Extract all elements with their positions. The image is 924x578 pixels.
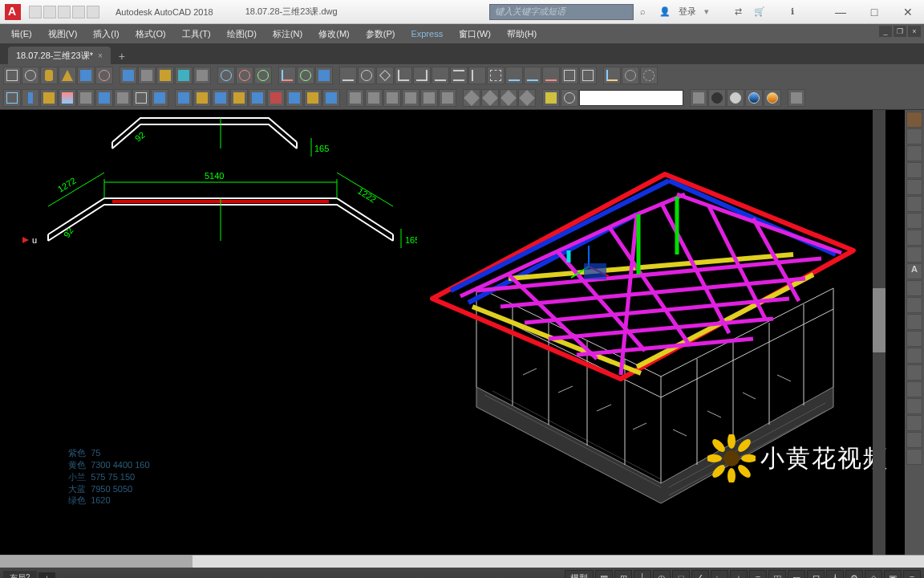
exchange-icon[interactable]: ⇄ <box>735 6 746 18</box>
tool-render4-icon[interactable] <box>745 89 763 107</box>
tool-dim1-icon[interactable] <box>339 67 357 84</box>
menu-express[interactable]: Express <box>403 27 451 40</box>
tool-dim2-icon[interactable] <box>358 67 375 84</box>
mdi-min-icon[interactable]: _ <box>879 26 892 37</box>
tool-face2-icon[interactable] <box>193 89 211 107</box>
user-icon[interactable]: 👤 <box>659 6 671 18</box>
tool-dim9-icon[interactable] <box>487 67 505 84</box>
status-ortho-icon[interactable]: └ <box>634 570 651 578</box>
tool-subtract-icon[interactable] <box>236 67 253 84</box>
tool-view4-icon[interactable] <box>402 89 419 107</box>
layout-plus[interactable]: + <box>38 572 56 579</box>
menu-modify[interactable]: 修改(M) <box>310 26 358 42</box>
tool-offset-icon[interactable] <box>40 89 58 107</box>
rtool-explode-icon[interactable] <box>906 415 922 431</box>
menu-tools[interactable]: 工具(T) <box>174 26 219 42</box>
tool-face9-icon[interactable] <box>322 89 340 107</box>
menu-edit[interactable]: 辑(E) <box>3 26 40 42</box>
tool-face5-icon[interactable] <box>249 89 266 107</box>
status-osnap-icon[interactable]: □ <box>672 570 690 578</box>
status-grid-icon[interactable]: ▦ <box>595 570 613 578</box>
help-icon[interactable]: ℹ <box>791 6 802 18</box>
tool-wedge-icon[interactable] <box>77 67 95 84</box>
rtool-pline-icon[interactable] <box>906 297 922 313</box>
rtool-arc-icon[interactable] <box>906 314 922 330</box>
status-polar-icon[interactable]: ◷ <box>653 570 671 578</box>
tool-view5-icon[interactable] <box>420 89 438 107</box>
rtool-scale-icon[interactable] <box>906 230 922 246</box>
tool-rotate-icon[interactable] <box>95 89 113 107</box>
tool-zoom-icon[interactable] <box>561 89 578 107</box>
tool-loft-icon[interactable] <box>193 67 211 84</box>
login-label[interactable]: 登录 <box>679 6 696 18</box>
scrollbar-horizontal[interactable] <box>0 555 924 568</box>
tool-box-icon[interactable] <box>3 67 21 84</box>
tool-dim13-icon[interactable] <box>561 67 578 84</box>
close-button[interactable]: ✕ <box>892 2 924 22</box>
search-input[interactable]: 键入关键字或短语 <box>489 4 634 20</box>
tool-face3-icon[interactable] <box>212 89 229 107</box>
rtool-trim-icon[interactable] <box>906 348 922 364</box>
tool-render5-icon[interactable] <box>764 89 781 107</box>
rtool-copy-icon[interactable] <box>906 179 922 195</box>
status-ws-icon[interactable]: ⚙ <box>845 570 863 578</box>
menu-parameters[interactable]: 参数(P) <box>358 26 403 42</box>
tool-view3-icon[interactable] <box>383 89 401 107</box>
minimize-button[interactable]: — <box>825 2 857 22</box>
tool-extrude-icon[interactable] <box>120 67 137 84</box>
tool-scale-icon[interactable] <box>114 89 132 107</box>
tool-view1-icon[interactable] <box>346 89 364 107</box>
rtool-rect-icon[interactable] <box>906 246 922 263</box>
tool-view2-icon[interactable] <box>365 89 383 107</box>
tool-stretch-icon[interactable] <box>132 89 150 107</box>
tool-sweep-icon[interactable] <box>156 67 174 84</box>
menu-help[interactable]: 帮助(H) <box>499 26 545 42</box>
rtool-circle-icon[interactable] <box>906 331 922 347</box>
tool-mirror-icon[interactable] <box>22 89 39 107</box>
status-tsp-icon[interactable]: ◫ <box>768 570 786 578</box>
tool-array-icon[interactable] <box>59 89 76 107</box>
tool-dim6-icon[interactable] <box>432 67 449 84</box>
rtool-text-icon[interactable]: A <box>906 263 922 279</box>
tool-face7-icon[interactable] <box>286 89 303 107</box>
tool-face8-icon[interactable] <box>304 89 322 107</box>
rtool-orbit-icon[interactable] <box>906 128 922 144</box>
status-qp-icon[interactable]: ▭ <box>788 570 805 578</box>
tool-trim-icon[interactable] <box>151 89 168 107</box>
tool-render6-icon[interactable] <box>788 89 805 107</box>
tool-dim14-icon[interactable] <box>579 67 597 84</box>
rtool-chamfer-icon[interactable] <box>906 398 922 414</box>
scrollbar-vertical[interactable] <box>873 110 886 555</box>
menu-insert[interactable]: 插入(I) <box>85 26 127 42</box>
rtool-layers-icon[interactable] <box>906 162 922 178</box>
search-icon[interactable]: ⌕ <box>640 6 651 18</box>
tool-face6-icon[interactable] <box>267 89 285 107</box>
tool-3dorbit-icon[interactable] <box>297 67 314 84</box>
rtool-extend-icon[interactable] <box>906 364 922 381</box>
tool-dim12-icon[interactable] <box>542 67 560 84</box>
tool-move-icon[interactable] <box>77 89 95 107</box>
status-snap-icon[interactable]: ⊞ <box>614 570 632 578</box>
tool-torus-icon[interactable] <box>95 67 113 84</box>
status-iso-icon[interactable]: ◇ <box>865 570 882 578</box>
status-clean-icon[interactable]: ▣ <box>884 570 902 578</box>
rtool-move-icon[interactable] <box>906 196 922 212</box>
tool-face1-icon[interactable] <box>175 89 192 107</box>
menu-dimension[interactable]: 标注(N) <box>265 26 310 42</box>
mdi-restore-icon[interactable]: ❐ <box>894 26 906 37</box>
maximize-button[interactable]: □ <box>858 2 890 22</box>
status-otrack-icon[interactable]: ∠ <box>691 570 709 578</box>
tool-sphere-icon[interactable] <box>22 67 39 84</box>
status-cust-icon[interactable]: ≡ <box>903 570 921 578</box>
tool-revolve-icon[interactable] <box>175 67 192 84</box>
tool-view6-icon[interactable] <box>439 89 456 107</box>
tool-face4-icon[interactable] <box>230 89 248 107</box>
tool-dim8-icon[interactable] <box>468 67 486 84</box>
qat-save-icon[interactable] <box>58 6 71 18</box>
rtool-pencil-icon[interactable] <box>906 112 922 128</box>
tool-vis2-icon[interactable] <box>481 89 499 107</box>
qat-new-icon[interactable] <box>29 6 42 18</box>
new-tab-button[interactable]: + <box>112 48 132 64</box>
tool-dim10-icon[interactable] <box>505 67 523 84</box>
drawing-canvas[interactable]: 165 92 5140 1272 <box>0 110 905 555</box>
